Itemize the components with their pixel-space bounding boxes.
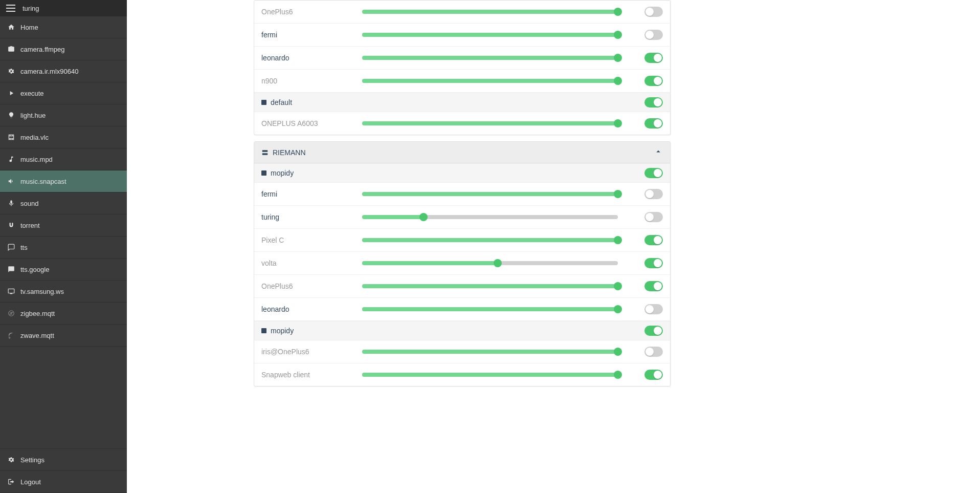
volume-slider[interactable]	[362, 121, 618, 125]
chevron-up-icon	[654, 147, 663, 158]
server-icon	[261, 149, 269, 156]
film-icon	[7, 133, 15, 141]
sidebar-item-zigbee-mqtt[interactable]: zigbee.mqtt	[0, 303, 127, 325]
sidebar-item-tts-google[interactable]: tts.google	[0, 259, 127, 281]
sidebar-item-label: camera.ffmpeg	[20, 46, 64, 53]
sidebar-item-music-snapcast[interactable]: music.snapcast	[0, 170, 127, 192]
volume-slider[interactable]	[362, 192, 618, 196]
group-header: mopidy	[254, 321, 670, 340]
camera-icon	[7, 45, 15, 53]
sidebar-item-execute[interactable]: execute	[0, 82, 127, 104]
sidebar-items: Homecamera.ffmpegcamera.ir.mlx90640execu…	[0, 16, 127, 448]
zwave-icon	[7, 331, 15, 339]
client-toggle[interactable]	[644, 212, 663, 222]
sidebar-item-camera-ir-mlx90640[interactable]: camera.ir.mlx90640	[0, 60, 127, 82]
menu-icon[interactable]	[6, 5, 15, 12]
panel-title: RIEMANN	[273, 148, 650, 157]
sidebar-item-zwave-mqtt[interactable]: zwave.mqtt	[0, 325, 127, 347]
sidebar-item-label: music.snapcast	[20, 178, 66, 185]
sidebar-item-label: camera.ir.mlx90640	[20, 68, 78, 75]
client-toggle[interactable]	[644, 7, 663, 17]
volume-slider[interactable]	[362, 56, 618, 60]
group-toggle[interactable]	[644, 97, 663, 108]
sidebar-item-sound[interactable]: sound	[0, 192, 127, 215]
sidebar-item-tv-samsung-ws[interactable]: tv.samsung.ws	[0, 281, 127, 303]
client-label: turing	[261, 213, 356, 221]
client-label: OnePlus6	[261, 8, 356, 16]
client-label: leonardo	[261, 54, 356, 62]
volume-slider[interactable]	[362, 261, 618, 265]
sidebar-item-tts[interactable]: tts	[0, 237, 127, 259]
client-toggle[interactable]	[644, 76, 663, 86]
panel-0: OnePlus6fermileonardon900defaultONEPLUS …	[254, 0, 671, 135]
sidebar-item-label: tts.google	[20, 266, 49, 273]
sidebar-footer: SettingsLogout	[0, 448, 127, 493]
client-toggle[interactable]	[644, 370, 663, 380]
volume-slider[interactable]	[362, 350, 618, 354]
client-row: Snapweb client	[254, 363, 670, 386]
client-label: OnePlus6	[261, 282, 356, 290]
client-row: leonardo	[254, 47, 670, 70]
volume-slider[interactable]	[362, 10, 618, 14]
sidebar-item-label: Settings	[20, 456, 44, 464]
client-label: iris@OnePlus6	[261, 348, 356, 356]
sidebar-item-Logout[interactable]: Logout	[0, 471, 127, 493]
sidebar-item-label: Home	[20, 24, 38, 31]
client-label: Snapweb client	[261, 371, 356, 379]
panel-riemann: RIEMANNmopidyfermituringPixel CvoltaOneP…	[254, 141, 671, 387]
client-toggle[interactable]	[644, 30, 663, 40]
chat-fill-icon	[7, 265, 15, 273]
sidebar-item-label: sound	[20, 200, 38, 207]
sidebar-item-Settings[interactable]: Settings	[0, 449, 127, 471]
client-toggle[interactable]	[644, 189, 663, 199]
client-toggle[interactable]	[644, 118, 663, 128]
client-row: OnePlus6	[254, 1, 670, 24]
sidebar: turing Homecamera.ffmpegcamera.ir.mlx906…	[0, 0, 127, 493]
mic-icon	[7, 199, 15, 207]
client-toggle[interactable]	[644, 53, 663, 63]
group-toggle[interactable]	[644, 326, 663, 336]
client-toggle[interactable]	[644, 258, 663, 268]
volume-slider[interactable]	[362, 79, 618, 83]
volume-slider[interactable]	[362, 33, 618, 37]
client-label: n900	[261, 77, 356, 85]
sidebar-item-label: zigbee.mqtt	[20, 310, 55, 317]
sidebar-item-camera-ffmpeg[interactable]: camera.ffmpeg	[0, 38, 127, 60]
sidebar-item-media-vlc[interactable]: media.vlc	[0, 126, 127, 148]
client-row: OnePlus6	[254, 275, 670, 298]
sidebar-header: turing	[0, 0, 127, 16]
client-row: fermi	[254, 24, 670, 47]
client-label: volta	[261, 259, 356, 267]
client-toggle[interactable]	[644, 304, 663, 314]
sidebar-item-torrent[interactable]: torrent	[0, 215, 127, 237]
client-label: ONEPLUS A6003	[261, 119, 356, 127]
volume-slider[interactable]	[362, 373, 618, 377]
client-row: Pixel C	[254, 229, 670, 252]
group-header: mopidy	[254, 163, 670, 183]
play-icon	[7, 89, 15, 97]
volume-slider[interactable]	[362, 307, 618, 311]
client-label: Pixel C	[261, 236, 356, 244]
sidebar-item-label: light.hue	[20, 112, 46, 119]
group-label: mopidy	[271, 327, 640, 335]
stop-icon[interactable]	[261, 328, 266, 333]
panel-header[interactable]: RIEMANN	[254, 142, 670, 163]
stop-icon[interactable]	[261, 100, 266, 105]
volume-slider[interactable]	[362, 284, 618, 288]
sidebar-item-music-mpd[interactable]: music.mpd	[0, 148, 127, 170]
sidebar-item-Home[interactable]: Home	[0, 16, 127, 38]
client-toggle[interactable]	[644, 347, 663, 357]
client-toggle[interactable]	[644, 281, 663, 291]
sidebar-item-light-hue[interactable]: light.hue	[0, 104, 127, 126]
client-row: n900	[254, 70, 670, 93]
sidebar-item-label: torrent	[20, 222, 40, 229]
client-toggle[interactable]	[644, 235, 663, 245]
speaker-icon	[7, 177, 15, 185]
sidebar-item-label: execute	[20, 90, 44, 97]
svg-rect-2	[262, 153, 268, 155]
stop-icon[interactable]	[261, 170, 266, 176]
volume-slider[interactable]	[362, 238, 618, 242]
sidebar-item-label: tv.samsung.ws	[20, 288, 64, 295]
group-toggle[interactable]	[644, 168, 663, 178]
volume-slider[interactable]	[362, 215, 618, 219]
